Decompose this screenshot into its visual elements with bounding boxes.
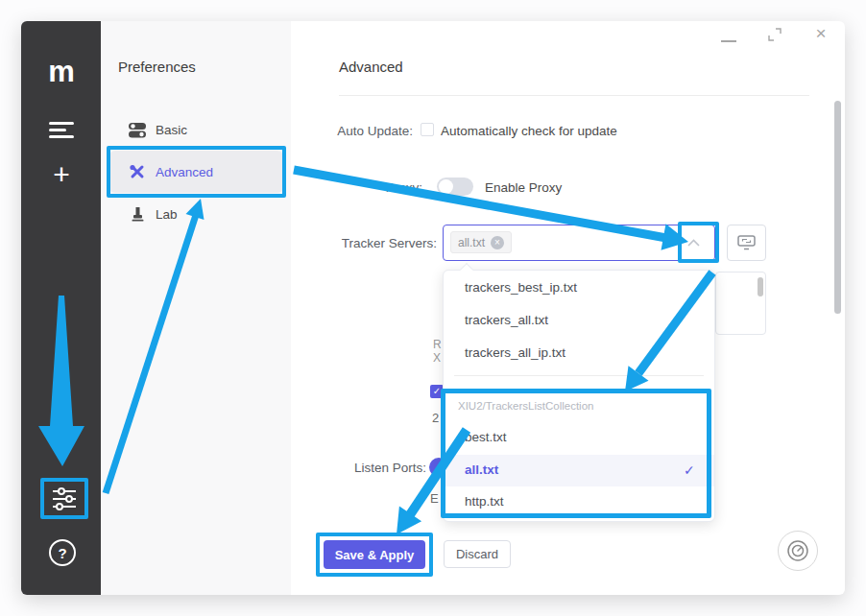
hidden-caption-fragment-2: X (433, 351, 441, 365)
auto-update-option-label[interactable]: Automatically check for update (441, 124, 617, 138)
page-scrollbar-thumb[interactable] (834, 101, 841, 314)
proxy-label: Proxy: (250, 180, 422, 195)
sync-screen-icon (737, 235, 756, 250)
sidebar-item-lab[interactable]: Lab (156, 207, 178, 222)
minimize-icon[interactable] (721, 40, 736, 42)
maximize-icon[interactable] (768, 28, 782, 41)
dropdown-group-divider (454, 375, 704, 376)
motrix-logo-icon: m (42, 52, 81, 90)
dropdown-item[interactable]: trackers_all.txt (465, 313, 548, 327)
advanced-tools-icon (129, 164, 146, 180)
hidden-text-fragment-4: E (430, 491, 439, 506)
close-icon[interactable]: × (812, 25, 830, 42)
lab-icon (131, 206, 145, 222)
save-apply-button[interactable]: Save & Apply (324, 540, 425, 569)
listen-ports-label: Listen Ports: (253, 461, 426, 475)
tag-remove-icon[interactable]: × (491, 236, 504, 249)
speedometer-icon (786, 539, 809, 562)
dropdown-item-selected[interactable]: all.txt (465, 462, 498, 477)
hidden-checked-checkbox[interactable]: ✓ (430, 385, 444, 398)
dropdown-item[interactable]: trackers_all_ip.txt (465, 345, 565, 360)
preferences-title: Preferences (118, 59, 196, 75)
preferences-panel (101, 21, 291, 595)
basic-toggles-icon (129, 122, 146, 138)
auto-update-label: Auto Update: (240, 124, 413, 138)
dropdown-group-label: XIU2/TrackersListCollection (458, 400, 593, 412)
selected-check-icon: ✓ (684, 462, 695, 478)
sync-trackers-button[interactable] (727, 225, 766, 261)
auto-update-checkbox[interactable] (421, 123, 434, 136)
dropdown-item[interactable]: trackers_best_ip.txt (465, 280, 577, 295)
dropdown-item[interactable]: http.txt (465, 494, 504, 509)
speed-limit-button[interactable] (778, 531, 818, 571)
proxy-option-label: Enable Proxy (485, 180, 562, 195)
selected-tracker-tag-label: all.txt (458, 236, 485, 249)
hidden-text-fragment-3: 2 (432, 411, 439, 425)
chevron-up-icon[interactable] (687, 239, 700, 247)
hidden-caption-fragment-1: R (433, 338, 442, 351)
add-task-icon[interactable]: + (46, 159, 77, 190)
sidebar-item-basic[interactable]: Basic (156, 123, 187, 137)
page-title: Advanced (339, 59, 403, 75)
screenshot-stage: × m + ? Preferences Basic Advanced Lab A… (0, 0, 866, 616)
discard-button[interactable]: Discard (444, 540, 511, 568)
title-divider (339, 95, 809, 96)
help-icon[interactable]: ? (49, 539, 76, 566)
task-list-icon[interactable] (49, 122, 76, 139)
textarea-scrollbar-thumb[interactable] (758, 277, 763, 296)
dropdown-item[interactable]: best.txt (465, 430, 507, 444)
sidebar-item-advanced-label[interactable]: Advanced (156, 165, 213, 179)
selected-tracker-tag: all.txt × (450, 231, 512, 253)
settings-sliders-icon[interactable] (51, 486, 78, 511)
proxy-toggle-knob (439, 179, 453, 194)
tracker-servers-label: Tracker Servers: (264, 236, 437, 250)
